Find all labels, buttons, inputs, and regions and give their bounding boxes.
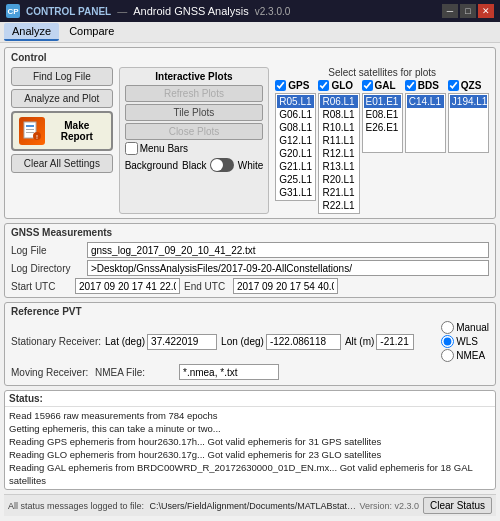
sat-checkbox-bds[interactable] bbox=[405, 80, 416, 91]
background-row: Background Black White bbox=[125, 158, 264, 172]
wls-label: WLS bbox=[456, 336, 478, 347]
log-path-text: C:\Users/FieldAlignment/Documents/MATLAB… bbox=[150, 501, 360, 511]
sat-item[interactable]: G20.L1 bbox=[277, 147, 314, 160]
sat-checkbox-gps[interactable] bbox=[275, 80, 286, 91]
version-title: v2.3.0.0 bbox=[255, 6, 291, 17]
minimize-button[interactable]: ─ bbox=[442, 4, 458, 18]
nmea-radio[interactable] bbox=[441, 349, 454, 362]
ip-buttons: Refresh Plots Tile Plots Close Plots bbox=[125, 85, 264, 140]
close-button[interactable]: ✕ bbox=[478, 4, 494, 18]
sat-item[interactable]: E08.E1 bbox=[364, 108, 401, 121]
alt-input[interactable] bbox=[376, 334, 414, 350]
status-line: Getting ephemeris, this can take a minut… bbox=[9, 422, 491, 435]
sat-item[interactable]: E01.E1 bbox=[364, 95, 401, 108]
sat-item[interactable]: R12.L1 bbox=[320, 147, 357, 160]
sat-checkbox-qzs[interactable] bbox=[448, 80, 459, 91]
sat-header-glo: GLO bbox=[318, 80, 359, 91]
manual-radio-label[interactable]: Manual bbox=[441, 321, 489, 334]
sat-header-gal: GAL bbox=[362, 80, 403, 91]
make-report-button[interactable]: ! Make Report bbox=[11, 111, 113, 151]
lat-input[interactable] bbox=[147, 334, 217, 350]
menu-bars-label: Menu Bars bbox=[140, 143, 188, 154]
alt-label: Alt (m) bbox=[345, 336, 374, 347]
sat-item[interactable]: R08.L1 bbox=[320, 108, 357, 121]
sat-item[interactable]: R20.L1 bbox=[320, 173, 357, 186]
find-log-button[interactable]: Find Log File bbox=[11, 67, 113, 86]
app-name: CONTROL PANEL bbox=[26, 6, 111, 17]
ip-title: Interactive Plots bbox=[125, 71, 264, 82]
manual-label: Manual bbox=[456, 322, 489, 333]
clear-status-button[interactable]: Clear Status bbox=[423, 497, 492, 514]
sat-item[interactable]: C14.L1 bbox=[407, 95, 444, 108]
sat-item[interactable]: G25.L1 bbox=[277, 173, 314, 186]
sat-item[interactable]: E26.E1 bbox=[364, 121, 401, 134]
control-section: Control Find Log File Analyze and Plot ! bbox=[4, 47, 496, 219]
sat-item[interactable]: R22.L1 bbox=[320, 199, 357, 212]
sat-item[interactable]: G06.L1 bbox=[277, 108, 314, 121]
sat-col-qzs: QZSJ194.L1 bbox=[448, 80, 489, 214]
interactive-plots: Interactive Plots Refresh Plots Tile Plo… bbox=[119, 67, 270, 214]
control-buttons: Find Log File Analyze and Plot ! Mak bbox=[11, 67, 113, 214]
alt-field: Alt (m) bbox=[345, 334, 414, 350]
window-controls: ─ □ ✕ bbox=[442, 4, 494, 18]
lon-label: Lon (deg) bbox=[221, 336, 264, 347]
svg-rect-2 bbox=[26, 129, 34, 130]
nmea-radio-label[interactable]: NMEA bbox=[441, 349, 489, 362]
sat-col-glo: GLOR06.L1R08.L1R10.L1R11.L1R12.L1R13.L1R… bbox=[318, 80, 359, 214]
menu-bars-checkbox[interactable] bbox=[125, 142, 138, 155]
tile-plots-button[interactable]: Tile Plots bbox=[125, 104, 264, 121]
refresh-plots-button[interactable]: Refresh Plots bbox=[125, 85, 264, 102]
sat-item[interactable]: G31.L1 bbox=[277, 186, 314, 199]
sat-item[interactable]: R10.L1 bbox=[320, 121, 357, 134]
status-label: Status: bbox=[5, 391, 495, 407]
sat-item[interactable]: G12.L1 bbox=[277, 134, 314, 147]
sat-col-gps: GPSR05.L1G06.L1G08.L1G12.L1G20.L1G21.L1G… bbox=[275, 80, 316, 214]
close-plots-button[interactable]: Close Plots bbox=[125, 123, 264, 140]
end-utc-input[interactable] bbox=[233, 278, 338, 294]
sat-col-label-gal: GAL bbox=[375, 80, 396, 91]
title-bar-left: CP CONTROL PANEL — Android GNSS Analysis… bbox=[6, 4, 290, 18]
menu-compare[interactable]: Compare bbox=[61, 23, 122, 41]
lat-label: Lat (deg) bbox=[105, 336, 145, 347]
menu-bars-checkbox-label[interactable]: Menu Bars bbox=[125, 142, 188, 155]
sat-col-bds: BDSC14.L1 bbox=[405, 80, 446, 214]
start-utc-input[interactable] bbox=[75, 278, 180, 294]
sat-title: Select satellites for plots bbox=[275, 67, 489, 78]
sat-header-bds: BDS bbox=[405, 80, 446, 91]
nmea-file-input[interactable] bbox=[179, 364, 279, 380]
black-label: Black bbox=[182, 160, 206, 171]
status-line: Reading BDS ephemeris from BRDC00WRD_R_2… bbox=[9, 487, 491, 489]
wls-radio-label[interactable]: WLS bbox=[441, 335, 489, 348]
log-dir-row: Log Directory bbox=[11, 260, 489, 276]
background-label: Background bbox=[125, 160, 178, 171]
manual-radio[interactable] bbox=[441, 321, 454, 334]
sat-checkbox-glo[interactable] bbox=[318, 80, 329, 91]
sat-item[interactable]: J194.L1 bbox=[450, 95, 487, 108]
sat-item[interactable]: R05.L1 bbox=[277, 95, 314, 108]
report-icon: ! bbox=[19, 117, 45, 145]
sat-item[interactable]: R11.L1 bbox=[320, 134, 357, 147]
lon-input[interactable] bbox=[266, 334, 341, 350]
sat-item[interactable]: G08.L1 bbox=[277, 121, 314, 134]
menu-bar: Analyze Compare bbox=[0, 22, 500, 43]
menu-analyze[interactable]: Analyze bbox=[4, 23, 59, 41]
end-utc-label: End UTC bbox=[184, 281, 229, 292]
sat-col-label-bds: BDS bbox=[418, 80, 439, 91]
sat-item[interactable]: G21.L1 bbox=[277, 160, 314, 173]
sat-item[interactable]: R13.L1 bbox=[320, 160, 357, 173]
window-title: Android GNSS Analysis bbox=[133, 5, 249, 17]
maximize-button[interactable]: □ bbox=[460, 4, 476, 18]
bg-toggle[interactable] bbox=[210, 158, 233, 172]
analyze-button[interactable]: Analyze and Plot bbox=[11, 89, 113, 108]
wls-radio[interactable] bbox=[441, 335, 454, 348]
log-file-input[interactable] bbox=[87, 242, 489, 258]
lon-field: Lon (deg) bbox=[221, 334, 341, 350]
sat-checkbox-gal[interactable] bbox=[362, 80, 373, 91]
sat-item[interactable]: R06.L1 bbox=[320, 95, 357, 108]
clear-all-button[interactable]: Clear All Settings bbox=[11, 154, 113, 173]
log-dir-input[interactable] bbox=[87, 260, 489, 276]
log-prefix: All status messages logged to file: C:\U… bbox=[8, 501, 359, 511]
sat-item[interactable]: R21.L1 bbox=[320, 186, 357, 199]
radio-group: Manual WLS NMEA bbox=[441, 321, 489, 362]
title-bar: CP CONTROL PANEL — Android GNSS Analysis… bbox=[0, 0, 500, 22]
